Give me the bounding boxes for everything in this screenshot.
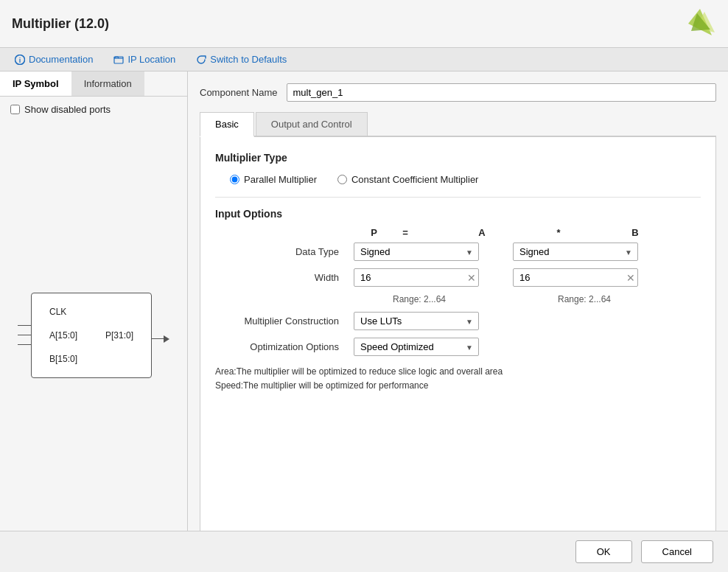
- data-type-b-container: Signed Unsigned ▼: [513, 243, 638, 261]
- symbol-area: CLK A[15:0] P[31:0] B[15:0]: [0, 122, 187, 548]
- width-label: Width: [215, 272, 348, 283]
- multiplier-construction-row: Multiplier Construction Use LUTs Use Mul…: [215, 312, 701, 330]
- col-p-header: P: [354, 227, 394, 238]
- pin-a: A[15:0] P[31:0]: [49, 330, 133, 341]
- multiplier-type-title: Multiplier Type: [215, 152, 701, 164]
- switch-defaults-button[interactable]: Switch to Defaults: [193, 52, 290, 66]
- radio-group-multiplier-type: Parallel Multiplier Constant Coefficient…: [230, 174, 701, 185]
- range-row: Range: 2...64 Range: 2...64: [354, 294, 701, 304]
- info-icon: i: [15, 55, 25, 65]
- right-panel: Component Name Basic Output and Control …: [188, 72, 728, 548]
- data-type-a-select[interactable]: Signed Unsigned: [354, 243, 479, 261]
- col-eq-header: =: [394, 227, 416, 238]
- width-row: Width ✕ ✕: [215, 268, 701, 287]
- width-a-input[interactable]: [354, 268, 479, 287]
- info-area-line1: Area:The multiplier will be optimized to…: [215, 365, 701, 379]
- data-type-b-select[interactable]: Signed Unsigned: [513, 243, 638, 261]
- tab-basic-content: Multiplier Type Parallel Multiplier Cons…: [200, 137, 716, 536]
- svg-text:i: i: [19, 57, 21, 64]
- component-name-input[interactable]: [287, 83, 717, 102]
- show-disabled-checkbox[interactable]: [10, 105, 20, 114]
- folder-icon: [113, 55, 124, 65]
- width-a-clear[interactable]: ✕: [467, 273, 476, 283]
- component-name-row: Component Name: [200, 83, 716, 102]
- title-bar: Multiplier (12.0): [0, 0, 728, 48]
- radio-constant-input[interactable]: [337, 175, 347, 184]
- refresh-icon: [196, 55, 206, 65]
- pin-a-label: A[15:0]: [49, 330, 94, 341]
- main-content: IP Symbol Information Show disabled port…: [0, 72, 728, 548]
- pin-clk-label: CLK: [49, 307, 94, 317]
- col-star-header: *: [547, 227, 570, 238]
- col-headers: P = A * B: [354, 227, 701, 238]
- show-disabled-label[interactable]: Show disabled ports: [24, 104, 111, 115]
- left-panel: IP Symbol Information Show disabled port…: [0, 72, 188, 548]
- radio-constant[interactable]: Constant Coefficient Multiplier: [337, 174, 478, 185]
- width-a-container: ✕: [354, 268, 479, 287]
- optimization-options-select[interactable]: Speed Optimized Area Optimized: [354, 338, 479, 356]
- width-b-clear[interactable]: ✕: [626, 273, 635, 283]
- tab-output-control[interactable]: Output and Control: [256, 112, 368, 136]
- left-tabs: IP Symbol Information: [0, 72, 187, 97]
- pin-b: B[15:0]: [49, 354, 133, 364]
- multiplier-construction-select[interactable]: Use LUTs Use Mults: [354, 312, 479, 330]
- width-b-container: ✕: [513, 268, 638, 287]
- data-type-row: Data Type Signed Unsigned ▼ Signed Unsig…: [215, 243, 701, 261]
- info-area-line2: Speed:The multiplier will be optimized f…: [215, 379, 701, 393]
- data-type-label: Data Type: [215, 246, 348, 257]
- radio-parallel-input[interactable]: [230, 175, 239, 184]
- tab-basic[interactable]: Basic: [200, 112, 254, 137]
- optimization-options-container: Speed Optimized Area Optimized ▼: [354, 338, 479, 356]
- optimization-options-row: Optimization Options Speed Optimized Are…: [215, 338, 701, 356]
- ip-location-button[interactable]: IP Location: [111, 52, 178, 66]
- data-type-a-container: Signed Unsigned ▼: [354, 243, 479, 261]
- tab-ip-symbol[interactable]: IP Symbol: [0, 72, 71, 96]
- cancel-button[interactable]: Cancel: [641, 540, 713, 563]
- bottom-bar: OK Cancel: [0, 531, 728, 572]
- info-area-text: Area:The multiplier will be optimized to…: [215, 365, 701, 393]
- component-name-label: Component Name: [200, 87, 278, 98]
- toolbar: i Documentation IP Location Switch to De…: [0, 48, 728, 72]
- pin-clk: CLK: [49, 307, 133, 317]
- optimization-options-label: Optimization Options: [215, 341, 348, 352]
- multiplier-construction-container: Use LUTs Use Mults ▼: [354, 312, 479, 330]
- title-bar-left: Multiplier (12.0): [12, 16, 109, 32]
- range-b-text: Range: 2...64: [519, 294, 650, 304]
- tab-information[interactable]: Information: [71, 72, 144, 96]
- range-a-text: Range: 2...64: [354, 294, 485, 304]
- documentation-button[interactable]: i Documentation: [12, 52, 96, 66]
- width-b-input[interactable]: [513, 268, 638, 287]
- col-b-header: B: [570, 227, 701, 238]
- right-tabs: Basic Output and Control: [200, 112, 716, 137]
- divider-1: [215, 197, 701, 198]
- pin-b-label: B[15:0]: [49, 354, 77, 364]
- radio-parallel[interactable]: Parallel Multiplier: [230, 174, 317, 185]
- ok-button[interactable]: OK: [575, 540, 632, 563]
- col-a-header: A: [416, 227, 547, 238]
- logo-icon: [684, 7, 716, 40]
- pin-p-label: P[31:0]: [105, 330, 133, 341]
- input-options-title: Input Options: [215, 208, 701, 220]
- ip-symbol-box: CLK A[15:0] P[31:0] B[15:0]: [31, 293, 152, 378]
- info-area: Area:The multiplier will be optimized to…: [215, 365, 701, 393]
- window-title: Multiplier (12.0): [12, 16, 109, 32]
- show-disabled-row: Show disabled ports: [0, 97, 187, 122]
- multiplier-construction-label: Multiplier Construction: [215, 315, 348, 327]
